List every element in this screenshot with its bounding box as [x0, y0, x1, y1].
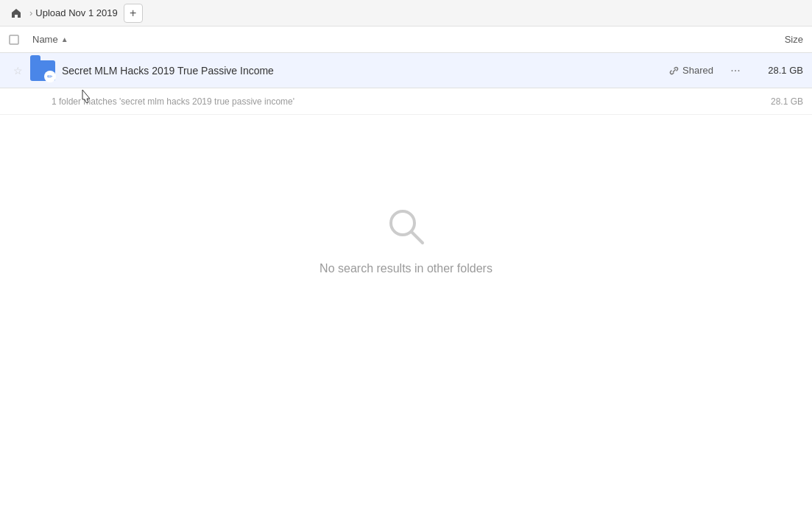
size-column-header[interactable]: Size	[744, 34, 803, 45]
breadcrumb-label: Upload Nov 1 2019	[35, 7, 117, 18]
svg-line-2	[412, 232, 423, 243]
breadcrumb-bar: › Upload Nov 1 2019 +	[0, 0, 812, 26]
more-options-button[interactable]: ···	[725, 60, 746, 81]
file-row[interactable]: ☆ ✏ Secret MLM Hacks 2019 True Passive I…	[0, 53, 812, 88]
shared-label: Shared	[682, 65, 713, 76]
link-icon	[669, 66, 679, 76]
column-header-row: Name ▲ Size	[0, 26, 812, 53]
search-empty-icon	[383, 203, 430, 250]
shared-badge: Shared	[669, 65, 713, 76]
folder-icon: ✏	[29, 57, 56, 84]
select-all-checkbox[interactable]	[9, 35, 32, 45]
pencil-icon: ✏	[47, 73, 53, 80]
sort-indicator: ▲	[61, 35, 68, 43]
home-icon	[10, 7, 22, 19]
star-icon: ☆	[13, 65, 23, 77]
add-button[interactable]: +	[124, 4, 143, 23]
star-button[interactable]: ☆	[9, 65, 27, 77]
svg-rect-0	[10, 35, 18, 44]
summary-text: 1 folder matches 'secret mlm hacks 2019 …	[52, 96, 752, 107]
summary-row: 1 folder matches 'secret mlm hacks 2019 …	[0, 88, 812, 115]
more-dots-icon: ···	[730, 64, 740, 77]
name-column-header[interactable]: Name ▲	[32, 34, 744, 45]
file-size: 28.1 GB	[752, 65, 803, 76]
folder-badge: ✏	[44, 71, 56, 82]
breadcrumb-separator: ›	[29, 7, 32, 18]
checkbox-icon	[9, 35, 19, 45]
home-button[interactable]	[6, 3, 27, 24]
file-name: Secret MLM Hacks 2019 True Passive Incom…	[62, 65, 669, 77]
empty-state-text: No search results in other folders	[319, 262, 493, 275]
summary-size: 28.1 GB	[752, 96, 803, 107]
empty-state: No search results in other folders	[0, 115, 812, 275]
